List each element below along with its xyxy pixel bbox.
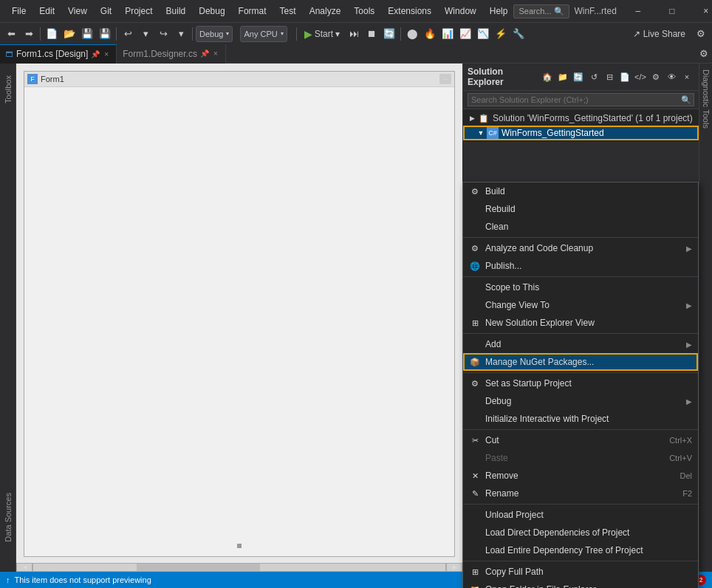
- horizontal-scrollbar[interactable]: [32, 563, 446, 572]
- tab-form1-design[interactable]: 🗔 Form1.cs [Design] 📌 ×: [0, 44, 117, 64]
- se-refresh-button[interactable]: ↺: [586, 69, 601, 84]
- open-button[interactable]: 📂: [61, 26, 78, 42]
- se-close-button[interactable]: ×: [680, 69, 694, 84]
- cm-unload[interactable]: Unload Project: [463, 506, 698, 524]
- toolbox-label[interactable]: Toolbox: [4, 75, 13, 103]
- se-collapse-button[interactable]: ⊟: [602, 69, 617, 84]
- save-button[interactable]: 💾: [79, 26, 95, 42]
- tab-settings-button[interactable]: ⚙: [696, 46, 712, 62]
- se-solution-node[interactable]: ▶ 📋 Solution 'WinForms_GettingStarted' (…: [463, 111, 699, 126]
- perf4-button[interactable]: ⚡: [493, 26, 509, 42]
- cm-analyze[interactable]: ⚙ Analyze and Code Cleanup ▶: [463, 239, 698, 257]
- se-search-input[interactable]: [468, 93, 694, 106]
- tab-form1-designer-pin[interactable]: 📌: [200, 49, 209, 58]
- tab-form1-design-close[interactable]: ×: [103, 49, 110, 59]
- tab-pin-icon[interactable]: 📌: [91, 50, 100, 58]
- cm-add[interactable]: Add ▶: [463, 335, 698, 353]
- perf3-button[interactable]: 📉: [475, 26, 491, 42]
- redo-dropdown-button[interactable]: ▾: [173, 26, 189, 42]
- scroll-left-button[interactable]: ◀: [16, 563, 32, 572]
- cm-clean[interactable]: Clean: [463, 218, 698, 236]
- perf-button[interactable]: 📊: [439, 26, 456, 42]
- menu-help[interactable]: Help: [484, 4, 514, 18]
- form-minimize-button[interactable]: –: [439, 74, 451, 84]
- cm-debug[interactable]: Debug ▶: [463, 392, 698, 410]
- se-code-button[interactable]: </>: [633, 69, 648, 84]
- perf2-button[interactable]: 📈: [457, 26, 473, 42]
- diagnostic-tools-label[interactable]: Diagnostic Tools: [702, 69, 711, 129]
- cm-cut[interactable]: ✂ Cut Ctrl+X: [463, 431, 698, 449]
- menu-debug[interactable]: Debug: [193, 4, 230, 18]
- breakpoint-button[interactable]: ⬤: [404, 26, 420, 42]
- menu-format[interactable]: Format: [233, 4, 273, 18]
- stop-button[interactable]: ⏹: [363, 26, 380, 42]
- resize-handle[interactable]: [237, 544, 242, 548]
- save-all-button[interactable]: 💾: [97, 26, 113, 42]
- back-button[interactable]: ⬅: [3, 26, 19, 42]
- undo-dropdown-button[interactable]: ▾: [137, 26, 154, 42]
- step-over-button[interactable]: ⏭: [346, 26, 362, 42]
- minimize-button[interactable]: –: [621, 0, 655, 22]
- se-home-button[interactable]: 🏠: [540, 69, 555, 84]
- menu-view[interactable]: View: [62, 4, 93, 18]
- se-show-all-button[interactable]: 📄: [617, 69, 632, 84]
- live-share-button[interactable]: ↗ Live Share: [627, 27, 691, 41]
- perf5-button[interactable]: 🔧: [510, 26, 527, 42]
- cm-loaddirect[interactable]: Load Direct Dependencies of Project: [463, 524, 698, 541]
- debug-config-dropdown[interactable]: Debug ▾: [196, 26, 233, 42]
- cm-remove[interactable]: ✕ Remove Del: [463, 467, 698, 485]
- se-sync-button[interactable]: 🔄: [571, 69, 586, 84]
- cm-scope[interactable]: Scope to This: [463, 278, 698, 296]
- cm-changeview[interactable]: Change View To ▶: [463, 296, 698, 314]
- se-project-node[interactable]: ▼ C# WinForms_GettingStarted: [463, 126, 699, 140]
- menu-tools[interactable]: Tools: [348, 4, 380, 18]
- undo-button[interactable]: ↩: [120, 26, 136, 42]
- maximize-button[interactable]: □: [655, 0, 689, 22]
- cm-initinteractive[interactable]: Initialize Interactive with Project: [463, 410, 698, 428]
- menu-test[interactable]: Test: [274, 4, 302, 18]
- cm-loadentire[interactable]: Load Entire Dependency Tree of Project: [463, 541, 698, 559]
- se-folder-button[interactable]: 📁: [555, 69, 570, 84]
- redo-button[interactable]: ↪: [155, 26, 171, 42]
- form-body[interactable]: [24, 87, 454, 555]
- cm-copyfullpath[interactable]: ⊞ Copy Full Path: [463, 563, 698, 581]
- cm-debug-arrow: ▶: [686, 397, 692, 406]
- cm-rebuild[interactable]: Rebuild: [463, 200, 698, 218]
- menu-edit[interactable]: Edit: [33, 4, 61, 18]
- extensions-button[interactable]: ⚙: [693, 26, 709, 42]
- cm-setstartup[interactable]: ⚙ Set as Startup Project: [463, 375, 698, 392]
- cm-managenuget[interactable]: 📦 Manage NuGet Packages...: [463, 353, 698, 371]
- menu-project[interactable]: Project: [119, 4, 158, 18]
- close-button[interactable]: ×: [689, 0, 712, 22]
- tab-form1-designer[interactable]: Form1.Designer.cs 📌 ×: [117, 44, 226, 64]
- cm-cut-icon: ✂: [469, 434, 481, 446]
- menu-build[interactable]: Build: [160, 4, 192, 18]
- tab-form1-designer-close[interactable]: ×: [212, 49, 219, 58]
- cm-openfolder[interactable]: 📁 Open Folder in File Explorer: [463, 581, 698, 588]
- se-properties-button[interactable]: ⚙: [648, 69, 663, 84]
- cm-newsolution[interactable]: ⊞ New Solution Explorer View: [463, 314, 698, 332]
- menu-file[interactable]: File: [6, 4, 32, 18]
- menu-git[interactable]: Git: [95, 4, 117, 18]
- search-box[interactable]: Search... 🔍: [513, 4, 569, 18]
- start-button[interactable]: ▶ Start ▾: [300, 27, 344, 41]
- data-sources-label[interactable]: Data Sources: [4, 493, 13, 542]
- forward-button[interactable]: ➡: [21, 26, 37, 42]
- cm-rename[interactable]: ✎ Rename F2: [463, 485, 698, 502]
- se-preview-button[interactable]: 👁: [664, 69, 679, 84]
- platform-dropdown[interactable]: Any CPU ▾: [240, 26, 287, 42]
- se-solution-label: Solution 'WinForms_GettingStarted' (1 of…: [493, 113, 693, 123]
- menu-window[interactable]: Window: [439, 4, 482, 18]
- cm-build[interactable]: ⚙ Build: [463, 182, 698, 200]
- window-title: WinF...rted: [574, 6, 616, 16]
- cm-publish[interactable]: 🌐 Publish...: [463, 257, 698, 275]
- scroll-right-button[interactable]: ▶: [446, 563, 462, 572]
- cm-setstartup-icon: ⚙: [469, 377, 481, 389]
- menu-analyze[interactable]: Analyze: [304, 4, 347, 18]
- new-file-button[interactable]: 📄: [44, 26, 60, 42]
- menu-extensions[interactable]: Extensions: [382, 4, 437, 18]
- scrollbar-thumb: [137, 564, 260, 571]
- hot-reload-button[interactable]: 🔥: [422, 26, 438, 42]
- cm-openfolder-icon: 📁: [469, 584, 481, 588]
- restart-button[interactable]: 🔄: [381, 26, 397, 42]
